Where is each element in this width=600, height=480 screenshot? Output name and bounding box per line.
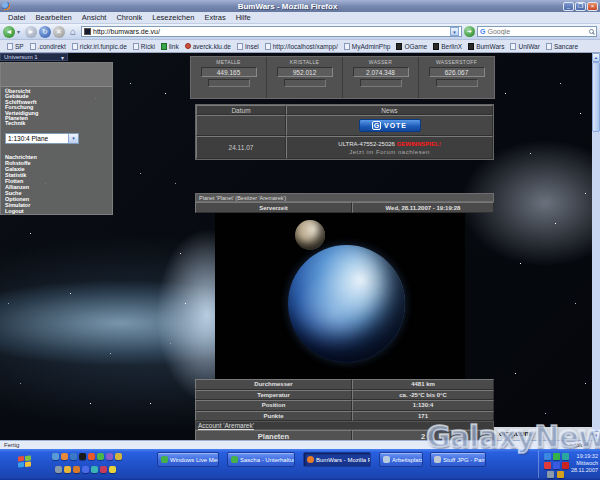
navigation-toolbar: ◄ ▾ ► ↻ ✕ ⌂ ▾ ➜ G — [0, 24, 600, 40]
reload-button[interactable]: ↻ — [39, 26, 51, 38]
vote-button[interactable]: G VOTE — [359, 119, 421, 132]
quicklaunch-icon[interactable] — [61, 453, 68, 460]
quicklaunch-icon[interactable] — [106, 453, 113, 460]
bookmark-ricki[interactable]: Ricki — [130, 43, 158, 50]
bookmark-funpic[interactable]: rickr.irl.funpic.de — [69, 43, 130, 50]
select-arrow-icon[interactable]: ▾ — [68, 134, 78, 143]
quicklaunch-icon[interactable] — [100, 466, 107, 473]
page-scrollbar[interactable]: ▲ ▼ — [592, 53, 600, 440]
search-bar[interactable]: G — [477, 26, 597, 37]
start-button[interactable] — [18, 456, 31, 468]
taskbar-clock[interactable]: 19:19:32 Mittwoch 28.11.2007 — [558, 453, 598, 473]
bookmark-myadminphp[interactable]: MyAdminPhp — [341, 43, 394, 50]
back-dropdown-icon[interactable]: ▾ — [17, 26, 23, 38]
menu-extras[interactable]: Extras — [199, 13, 230, 22]
bookmark-ogame[interactable]: OGame — [393, 43, 430, 50]
bookmark-bumwars[interactable]: BumWars — [465, 43, 507, 50]
quicklaunch-icon[interactable] — [82, 466, 89, 473]
tray-volume-icon[interactable] — [547, 471, 554, 478]
firefox-icon — [307, 456, 314, 463]
url-input[interactable] — [93, 27, 448, 36]
bookmark-insel[interactable]: Insel — [234, 43, 262, 50]
serverzeit-label: Serverzeit — [195, 202, 352, 213]
menu-datei[interactable]: Datei — [3, 13, 31, 22]
home-button[interactable]: ⌂ — [67, 26, 79, 38]
quicklaunch-icon[interactable] — [73, 466, 80, 473]
quicklaunch-icon[interactable] — [109, 466, 116, 473]
url-dropdown-icon[interactable]: ▾ — [450, 27, 459, 36]
resource-sub-box — [436, 79, 478, 87]
quicklaunch-icon[interactable] — [88, 453, 95, 460]
stop-button[interactable]: ✕ — [53, 26, 65, 38]
tray-divider — [538, 451, 539, 478]
task-windows-live[interactable]: Windows Live Messen... — [157, 452, 219, 467]
task-arbeitsplatz[interactable]: Arbeitsplatz — [379, 452, 423, 467]
quicklaunch-icon[interactable] — [55, 466, 62, 473]
forward-button[interactable]: ► — [25, 26, 37, 38]
firefox-icon — [2, 2, 10, 10]
back-button[interactable]: ◄ — [3, 26, 15, 38]
go-button[interactable]: ➜ — [464, 26, 475, 37]
planeten-link[interactable]: Planeten — [195, 430, 352, 440]
paint-icon — [434, 456, 441, 463]
bookmark-icon — [344, 43, 350, 50]
resource-wasserstoff: Wasserstoff 626.067 — [419, 57, 494, 98]
menu-bar: Datei Bearbeiten Ansicht Chronik Lesezei… — [0, 12, 600, 24]
bookmark-icon — [30, 43, 36, 50]
bookmark-sancare[interactable]: Sancare — [543, 43, 581, 50]
quicklaunch-icon[interactable] — [115, 453, 122, 460]
chat-icon — [231, 456, 238, 463]
quicklaunch-icon[interactable] — [97, 453, 104, 460]
scroll-up-icon[interactable]: ▲ — [592, 53, 600, 62]
screen: BumWars - Mozilla Firefox _ ❐ × Datei Be… — [0, 0, 600, 480]
resource-sub-box — [284, 79, 326, 87]
quicklaunch-icon[interactable] — [64, 466, 71, 473]
quicklaunch-icon[interactable] — [79, 453, 86, 460]
task-paint[interactable]: Stuff JPG - Pain — [430, 452, 486, 467]
bookmark-link[interactable]: link — [158, 43, 182, 50]
menu-lesezeichen[interactable]: Lesezeichen — [147, 13, 199, 22]
bookmark-berlinx[interactable]: BerlinX — [430, 43, 465, 50]
quick-launch-row-1 — [52, 453, 122, 460]
news-vote-cell: G VOTE — [286, 115, 493, 136]
window-title: BumWars - Mozilla Firefox — [12, 2, 563, 11]
universe-selector[interactable]: Universum 1 ▾ — [0, 53, 68, 61]
tray-shield-icon[interactable] — [544, 453, 551, 460]
search-magnifier-icon[interactable] — [589, 29, 594, 34]
bookmark-sp[interactable]: SP — [4, 43, 27, 50]
bookmark-localhost[interactable]: http://localhost/xampp/ — [262, 43, 341, 50]
menu-chronik[interactable]: Chronik — [111, 13, 147, 22]
search-input[interactable] — [487, 28, 587, 35]
serverzeit-value: Wed, 28.11.2007 - 19:19:28 — [352, 202, 494, 213]
vote-g-icon: G — [372, 121, 381, 130]
task-sascha-chat[interactable]: Sascha - Unterhaltung — [227, 452, 295, 467]
quicklaunch-icon[interactable] — [70, 453, 77, 460]
minimize-button[interactable]: _ — [563, 2, 574, 11]
close-button[interactable]: × — [587, 2, 598, 11]
quicklaunch-icon[interactable] — [52, 453, 59, 460]
menu-bearbeiten[interactable]: Bearbeiten — [31, 13, 77, 22]
quicklaunch-icon[interactable] — [91, 466, 98, 473]
sidebar-item-technik[interactable]: Technik — [5, 121, 112, 126]
bookmark-icon — [161, 43, 167, 50]
tray-antivirus-icon[interactable] — [544, 462, 551, 469]
bookmark-icon — [510, 43, 516, 50]
bookmark-uniwar[interactable]: UniWar — [507, 43, 542, 50]
title-bar[interactable]: BumWars - Mozilla Firefox _ ❐ × — [0, 0, 600, 12]
planet-select[interactable]: 1:130:4 Plane ▾ — [5, 133, 79, 144]
news-table: Datum News G VOTE 24.11.07 ULTRA-47552-2… — [195, 104, 494, 160]
bookmark-condirekt[interactable]: .condirekt — [27, 43, 69, 50]
address-bar[interactable]: ▾ — [81, 26, 462, 37]
news-col-datum: Datum — [196, 105, 286, 115]
menu-ansicht[interactable]: Ansicht — [77, 13, 112, 22]
menu-hilfe[interactable]: Hilfe — [231, 13, 256, 22]
sidebar-menu-top: Übersicht Gebäude Schiffswerft Forschung… — [1, 87, 112, 129]
task-bumwars-firefox[interactable]: BumWars - Mozilla Fir... — [303, 452, 371, 467]
sidebar-item-logout[interactable]: Logout — [5, 208, 112, 214]
bookmark-averck[interactable]: averck.klu.de — [182, 43, 234, 50]
scrollbar-thumb[interactable] — [592, 62, 600, 132]
moon-image — [295, 220, 325, 250]
news-vote-date-cell — [196, 115, 286, 136]
bookmark-icon — [185, 43, 191, 49]
restore-button[interactable]: ❐ — [575, 2, 586, 11]
